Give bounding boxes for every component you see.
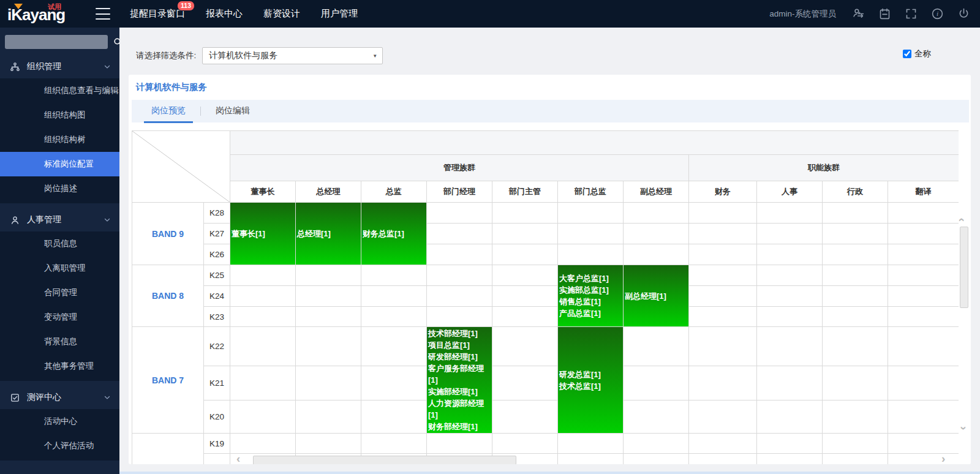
matrix-cell bbox=[230, 327, 296, 366]
job-block-董事长[interactable]: 董事长[1] bbox=[230, 203, 295, 265]
submenu-org-management: 组织信息查看与编辑组织结构图组织结构树标准岗位配置岗位描述 bbox=[0, 78, 119, 203]
band-label-cell: BAND 8 bbox=[132, 265, 204, 327]
job-block-部门经理[interactable]: 技术部经理[1]项目总监[1]研发部经理[1]客户服务部经理[1]实施部经理[1… bbox=[427, 327, 492, 433]
matrix-cell bbox=[888, 454, 959, 464]
submenu-assessment-center: 活动中心个人评估活动 bbox=[0, 409, 119, 461]
tab-post-edit[interactable]: 岗位编辑 bbox=[208, 100, 257, 122]
matrix-cell bbox=[492, 286, 558, 307]
sidebar-item-onboarding-offboarding[interactable]: 入离职管理 bbox=[0, 256, 119, 280]
band-label-cell bbox=[132, 434, 204, 464]
sidebar-item-background-info[interactable]: 背景信息 bbox=[0, 329, 119, 354]
tab-post-preview[interactable]: 岗位预览 bbox=[144, 100, 193, 122]
level-label-cell: K19 bbox=[204, 434, 230, 454]
hamburger-icon[interactable] bbox=[96, 8, 110, 20]
power-icon[interactable] bbox=[957, 7, 970, 20]
sidebar-section-hr-management[interactable]: 人事管理 bbox=[0, 208, 119, 231]
sidebar-search-input[interactable] bbox=[5, 35, 108, 49]
matrix-cell bbox=[492, 307, 558, 327]
job-block-部门总监[interactable]: 大客户总监[1]实施部总监[1]销售总监[1]产品总监[1] bbox=[558, 265, 623, 326]
calendar-icon[interactable] bbox=[878, 7, 891, 20]
matrix-cell bbox=[888, 244, 959, 265]
help-icon[interactable]: i bbox=[931, 7, 944, 20]
chevron-down-icon bbox=[104, 63, 111, 70]
matrix-cell bbox=[361, 265, 427, 286]
matrix-header-empty bbox=[230, 131, 959, 155]
sidebar-item-personal-assessment[interactable]: 个人评估活动 bbox=[0, 434, 119, 458]
matrix-cell bbox=[230, 286, 296, 307]
matrix-column-header: 翻译 bbox=[888, 181, 959, 203]
matrix-cell bbox=[757, 265, 823, 286]
matrix-cell bbox=[492, 366, 558, 401]
matrix-cell bbox=[757, 224, 823, 244]
horizontal-scroll-thumb[interactable] bbox=[253, 456, 516, 464]
matrix-cell bbox=[757, 307, 823, 327]
search-icon[interactable] bbox=[113, 37, 119, 47]
content-area: 请选择筛选条件: 计算机软件与服务 ▼ 全称 计算机软件与服务 岗位预览岗位编辑… bbox=[119, 28, 980, 474]
scroll-right-icon[interactable]: › bbox=[941, 453, 945, 464]
vertical-scroll-thumb[interactable] bbox=[960, 227, 968, 308]
level-label-cell: K24 bbox=[204, 286, 230, 307]
matrix-cell bbox=[296, 434, 361, 454]
matrix-cell bbox=[689, 203, 757, 224]
filter-select[interactable]: 计算机软件与服务 ▼ bbox=[202, 47, 383, 64]
tab-divider bbox=[200, 107, 201, 116]
notification-badge: 113 bbox=[177, 1, 195, 11]
level-label-cell: K23 bbox=[204, 307, 230, 327]
matrix-cell bbox=[361, 434, 427, 454]
select-arrow-icon: ▼ bbox=[372, 53, 377, 59]
matrix-cell bbox=[296, 366, 361, 401]
sidebar-section-org-management[interactable]: 组织管理 bbox=[0, 55, 119, 78]
matrix-cell bbox=[823, 307, 888, 327]
matrix-cell bbox=[689, 265, 757, 286]
matrix-column-header: 副总经理 bbox=[624, 181, 689, 203]
level-label-cell: K25 bbox=[204, 265, 230, 286]
sidebar-item-employee-info[interactable]: 职员信息 bbox=[0, 231, 119, 256]
nav-item-user-management[interactable]: 用户管理 bbox=[321, 8, 358, 20]
sidebar-item-standard-post-config[interactable]: 标准岗位配置 bbox=[0, 152, 119, 176]
sidebar-item-post-description[interactable]: 岗位描述 bbox=[0, 176, 119, 201]
fullscreen-icon[interactable] bbox=[905, 7, 918, 20]
matrix-cell bbox=[492, 203, 558, 224]
sidebar-section-assessment-center[interactable]: 测评中心 bbox=[0, 386, 119, 409]
fullname-toggle: 全称 bbox=[903, 48, 931, 59]
matrix-cell bbox=[757, 244, 823, 265]
job-block-总监[interactable]: 财务总监[1] bbox=[361, 203, 426, 265]
top-navbar: iKayang 试用 提醒目录窗口113报表中心薪资设计用户管理 admin-系… bbox=[0, 0, 980, 28]
matrix-cell bbox=[624, 224, 689, 244]
matrix-cell bbox=[757, 401, 823, 434]
matrix-cell bbox=[888, 327, 959, 366]
job-block-部门总监[interactable]: 研发总监[1]技术总监[1] bbox=[558, 327, 623, 433]
matrix-cell bbox=[296, 265, 361, 286]
scroll-left-icon[interactable]: ‹ bbox=[236, 453, 240, 464]
user-switch-icon[interactable] bbox=[852, 7, 865, 20]
sidebar-item-other-affairs[interactable]: 其他事务管理 bbox=[0, 354, 119, 378]
nav-item-reminder-directory[interactable]: 提醒目录窗口113 bbox=[130, 8, 185, 20]
app-logo[interactable]: iKayang 试用 bbox=[7, 3, 99, 26]
sidebar-item-activity-center[interactable]: 活动中心 bbox=[0, 409, 119, 434]
sidebar-item-change-management[interactable]: 变动管理 bbox=[0, 305, 119, 329]
sidebar-item-org-structure-chart[interactable]: 组织结构图 bbox=[0, 103, 119, 127]
scroll-down-icon[interactable]: ‹ bbox=[957, 426, 968, 430]
sidebar-item-org-info-view-edit[interactable]: 组织信息查看与编辑 bbox=[0, 78, 119, 103]
level-label-cell: K27 bbox=[204, 224, 230, 244]
trial-badge: 试用 bbox=[48, 2, 61, 12]
nav-item-report-center[interactable]: 报表中心 bbox=[206, 8, 243, 20]
sidebar-item-contract-management[interactable]: 合同管理 bbox=[0, 280, 119, 305]
job-label: 产品总监[1] bbox=[559, 307, 622, 319]
job-block-总经理[interactable]: 总经理[1] bbox=[296, 203, 361, 265]
matrix-cell bbox=[624, 203, 689, 224]
matrix-cell bbox=[823, 401, 888, 434]
matrix-cell bbox=[492, 265, 558, 286]
matrix-cell bbox=[361, 327, 427, 366]
job-block-副总经理[interactable]: 副总经理[1] bbox=[624, 265, 688, 326]
sidebar-item-org-structure-tree[interactable]: 组织结构树 bbox=[0, 127, 119, 152]
matrix-column-header: 总经理 bbox=[296, 181, 361, 203]
matrix-cell bbox=[427, 307, 492, 327]
scroll-up-icon[interactable]: ‹ bbox=[957, 218, 968, 222]
fullname-checkbox[interactable] bbox=[903, 50, 911, 58]
matrix-cell bbox=[689, 366, 757, 401]
matrix-cell bbox=[427, 203, 492, 224]
matrix-cell bbox=[427, 434, 492, 454]
nav-item-salary-design[interactable]: 薪资设计 bbox=[263, 8, 300, 20]
assessment-icon bbox=[10, 393, 20, 403]
